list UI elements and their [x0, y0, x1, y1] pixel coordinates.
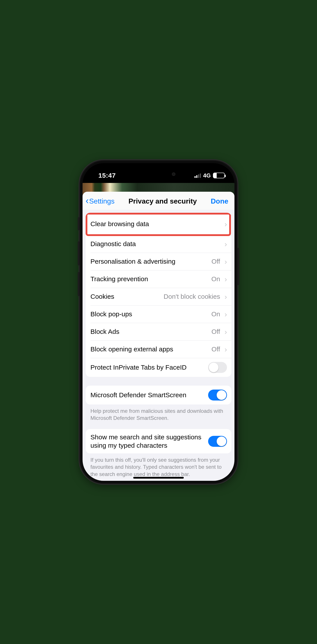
- row-label: Microsoft Defender SmartScreen: [90, 391, 205, 399]
- done-button[interactable]: Done: [211, 197, 230, 205]
- phone-frame: 15:47 4G 30 ‹ Settings Privacy and secur…: [80, 160, 237, 484]
- dynamic-island: [138, 168, 179, 180]
- row-label: Personalisation & advertising: [90, 257, 208, 266]
- row-label: Clear browsing data: [90, 220, 220, 228]
- network-label: 4G: [203, 172, 211, 179]
- smartscreen-group: Microsoft Defender SmartScreen: [86, 386, 231, 404]
- side-button-silent: [78, 217, 80, 230]
- status-time: 15:47: [98, 172, 116, 179]
- back-button[interactable]: ‹ Settings: [84, 196, 115, 206]
- row-block-ads[interactable]: Block Ads Off ›: [86, 323, 231, 340]
- row-protect-inprivate: Protect InPrivate Tabs by FaceID: [86, 358, 231, 377]
- suggestions-group: Show me search and site suggestions usin…: [86, 429, 231, 454]
- chevron-right-icon: ›: [223, 328, 227, 336]
- row-label: Diagnostic data: [90, 240, 220, 248]
- back-label: Settings: [89, 197, 115, 205]
- row-block-popups[interactable]: Block pop-ups On ›: [86, 305, 231, 323]
- row-detail: Off: [211, 346, 220, 353]
- chevron-left-icon: ‹: [86, 196, 89, 205]
- row-detail: Off: [211, 328, 220, 336]
- chevron-right-icon: ›: [223, 345, 227, 354]
- switch-protect-inprivate[interactable]: [208, 362, 227, 373]
- chevron-right-icon: ›: [223, 220, 227, 228]
- row-smartscreen: Microsoft Defender SmartScreen: [86, 386, 231, 404]
- row-label: Protect InPrivate Tabs by FaceID: [90, 363, 205, 372]
- row-search-suggestions: Show me search and site suggestions usin…: [86, 429, 231, 454]
- row-detail: On: [211, 275, 220, 283]
- chevron-right-icon: ›: [223, 310, 227, 318]
- row-detail: Off: [211, 258, 220, 265]
- row-clear-browsing-data[interactable]: Clear browsing data ›: [86, 213, 231, 235]
- chevron-right-icon: ›: [223, 257, 227, 266]
- nav-bar: ‹ Settings Privacy and security Done: [83, 192, 234, 210]
- row-detail: Don't block cookies: [164, 293, 220, 300]
- side-button-vol-down: [78, 272, 80, 296]
- row-diagnostic-data[interactable]: Diagnostic data ›: [86, 235, 231, 253]
- smartscreen-footnote: Help protect me from malicious sites and…: [86, 404, 231, 422]
- camera-icon: [172, 172, 175, 176]
- row-label: Tracking prevention: [90, 275, 208, 283]
- battery-percent: 30: [213, 173, 224, 178]
- settings-sheet: ‹ Settings Privacy and security Done Cle…: [83, 192, 234, 481]
- home-indicator[interactable]: [133, 477, 184, 478]
- battery-icon: 30: [213, 173, 225, 178]
- side-button-vol-up: [78, 241, 80, 266]
- page-title: Privacy and security: [128, 197, 197, 205]
- chevron-right-icon: ›: [223, 240, 227, 248]
- chevron-right-icon: ›: [223, 292, 227, 301]
- row-detail: On: [211, 310, 220, 318]
- privacy-settings-group: Clear browsing data › Diagnostic data › …: [86, 213, 231, 377]
- switch-search-suggestions[interactable]: [208, 436, 227, 447]
- side-button-power: [237, 248, 239, 285]
- row-label: Block opening external apps: [90, 345, 208, 353]
- row-tracking-prevention[interactable]: Tracking prevention On ›: [86, 270, 231, 288]
- row-label: Show me search and site suggestions usin…: [90, 433, 205, 450]
- signal-icon: [194, 173, 201, 178]
- row-label: Block pop-ups: [90, 310, 208, 318]
- row-personalisation-advertising[interactable]: Personalisation & advertising Off ›: [86, 253, 231, 270]
- screen: 15:47 4G 30 ‹ Settings Privacy and secur…: [83, 163, 234, 481]
- row-cookies[interactable]: Cookies Don't block cookies ›: [86, 288, 231, 305]
- chevron-right-icon: ›: [223, 275, 227, 284]
- row-label: Cookies: [90, 292, 160, 301]
- row-label: Block Ads: [90, 328, 208, 336]
- row-block-external-apps[interactable]: Block opening external apps Off ›: [86, 340, 231, 358]
- switch-smartscreen[interactable]: [208, 390, 227, 400]
- suggestions-footnote: If you turn this off, you'll only see su…: [86, 454, 231, 478]
